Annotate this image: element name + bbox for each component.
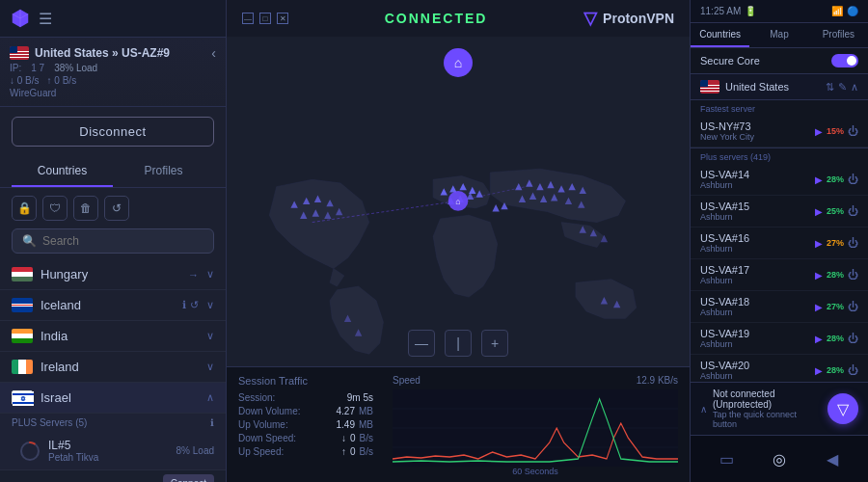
server-il5-load: 8% Load [176,445,214,456]
zoom-pipe: | [445,330,472,357]
country-item-israel[interactable]: Israel ∧ [0,383,226,414]
va14-power-icon[interactable]: ⏻ [848,174,858,185]
server-item-il5: IL#5 Petah Tikva 8% Load [0,432,226,470]
back-chevron-icon[interactable]: ‹ [211,45,216,61]
bottom-icon-back[interactable]: ◀ [817,443,848,474]
maximize-button[interactable]: □ [259,13,271,24]
country-item-india[interactable]: India ∨ [0,321,226,352]
not-connected-bar: ∧ Not connected (Unprotected) Tap the qu… [691,382,868,435]
brand-logo-icon: ▽ [583,8,597,29]
va18-power-icon[interactable]: ⏻ [848,301,858,312]
chart-time-label: 60 Seconds [393,467,678,476]
server-row-va17[interactable]: US-VA#17 Ashburn ▶ 28% ⏻ [691,259,868,291]
menu-icon[interactable]: ☰ [39,10,52,28]
server-row-va16[interactable]: US-VA#16 Ashburn ▶ 27% ⏻ [691,228,868,259]
iceland-refresh-icon[interactable]: ↺ [190,299,199,311]
stat-up-speed: Up Speed: ↑ 0 B/s [238,446,373,457]
iceland-actions: ℹ ↺ [182,299,199,311]
secure-core-toggle[interactable] [831,54,858,67]
right-panel: 11:25 AM 🔋 📶 🔵 Countries Map Profiles Se… [690,0,868,482]
tab-profiles[interactable]: Profiles [113,156,214,187]
disconnect-button[interactable]: Disconnect [12,117,214,147]
va19-load: 28% [827,334,844,343]
wifi-icon: 📶 [831,6,843,16]
left-panel: ☰ United States » US-AZ#9 ‹ IP: 1 7 38% … [0,0,227,482]
hungary-chevron-icon[interactable]: ∨ [206,268,214,281]
svg-rect-1 [13,393,34,395]
va18-name: US-VA#18 [700,296,811,308]
va18-load: 27% [827,302,844,311]
right-tab-profiles[interactable]: Profiles [809,23,868,47]
fastest-server-label: Fastest server [691,100,868,116]
server-load-circle [19,441,41,462]
secure-core-label: Secure Core [700,55,760,67]
current-connection: United States » US-AZ#9 [10,46,170,60]
protonvpn-brand: ▽ ProtonVPN [583,8,674,29]
zoom-plus-button[interactable]: + [481,330,508,357]
traffic-chart: Speed 12.9 KB/s [393,375,678,474]
server-row-va14[interactable]: US-VA#14 Ashburn ▶ 28% ⏻ [691,164,868,196]
server-row-va18[interactable]: US-VA#18 Ashburn ▶ 27% ⏻ [691,291,868,323]
search-box[interactable]: 🔍 [12,228,214,254]
country-item-ireland[interactable]: Ireland ∨ [0,352,226,383]
india-chevron-icon[interactable]: ∨ [206,330,214,342]
va20-power-icon[interactable]: ⏻ [848,364,858,376]
israel-flag [12,390,33,405]
search-icon: 🔍 [22,234,37,248]
iceland-name: Iceland [41,298,175,312]
tab-countries[interactable]: Countries [12,156,113,187]
left-tabs: Countries Profiles [0,156,226,188]
load-badge: 38% Load [54,63,97,73]
ireland-chevron-icon[interactable]: ∨ [206,361,214,373]
search-input[interactable] [42,234,203,248]
hungary-expand-icon[interactable]: → [188,269,199,281]
va20-city: Ashburn [700,371,811,381]
ny73-power-icon[interactable]: ⏻ [848,125,858,137]
country-item-hungary[interactable]: Hungary → ∨ [0,259,226,290]
protocol-label: WireGuard [10,88,216,98]
va16-power-icon[interactable]: ⏻ [848,237,858,249]
right-status-bar: 11:25 AM 🔋 📶 🔵 [691,0,868,23]
country-sort-icon[interactable]: ⇅ [826,81,834,94]
va19-power-icon[interactable]: ⏻ [848,333,858,344]
iceland-info-icon[interactable]: ℹ [182,299,186,311]
server-row-ny73[interactable]: US-NY#73 New York City ▶ 15% ⏻ [691,116,868,147]
filter-delete-icon[interactable]: 🗑 [73,196,98,221]
bottom-icon-circle[interactable]: ◎ [764,443,795,474]
ip-label: IP: [10,63,21,73]
filter-lock-icon[interactable]: 🔒 [12,196,37,221]
server-row-va19[interactable]: US-VA#19 Ashburn ▶ 28% ⏻ [691,323,868,355]
va20-name: US-VA#20 [700,360,811,371]
israel-chevron-icon[interactable]: ∧ [206,391,214,404]
country-item-iceland[interactable]: Iceland ℹ ↺ ∨ [0,290,226,321]
right-tabs: Countries Map Profiles [691,23,868,48]
right-tab-countries[interactable]: Countries [691,23,749,47]
filter-shield-icon[interactable]: 🛡 [42,196,68,221]
not-connected-title: Not connected (Unprotected) [713,388,818,410]
country-edit-icon[interactable]: ✎ [838,81,847,94]
country-collapse-icon[interactable]: ∧ [851,81,858,94]
va16-name: US-VA#16 [700,232,811,244]
bottom-icon-square[interactable]: ▭ [711,443,742,474]
filter-refresh-icon[interactable]: ↺ [104,196,129,221]
minimize-button[interactable]: — [242,13,254,24]
zoom-minus-button[interactable]: — [408,330,435,357]
ip-value: 1 7 [31,63,44,73]
bottom-controls: ▭ ◎ ◀ [691,435,868,482]
quick-connect-button[interactable]: ▽ [827,393,858,424]
va15-power-icon[interactable]: ⏻ [848,205,858,217]
ny73-load: 15% [827,126,844,136]
server-row-va20[interactable]: US-VA#20 Ashburn ▶ 28% ⏻ [691,355,868,382]
right-tab-map[interactable]: Map [749,23,808,47]
selected-country-actions: ⇅ ✎ ∧ [826,81,858,94]
va17-city: Ashburn [700,276,811,285]
server-row-va15[interactable]: US-VA#15 Ashburn ▶ 25% ⏻ [691,196,868,228]
plus-servers-section: Plus servers (419) [691,147,868,164]
close-button[interactable]: ✕ [277,13,288,24]
va20-load: 28% [827,365,844,375]
connect-button-il5[interactable]: Connect [163,474,214,482]
va17-power-icon[interactable]: ⏻ [848,269,858,281]
iceland-chevron-icon[interactable]: ∨ [206,299,214,311]
stat-session: Session: 9m 5s [238,392,373,403]
ny73-name: US-NY#73 [700,120,811,132]
